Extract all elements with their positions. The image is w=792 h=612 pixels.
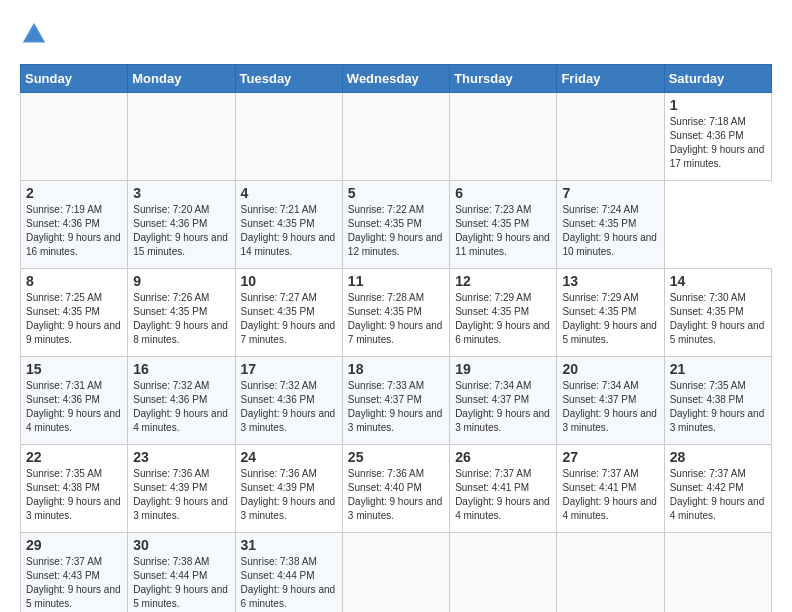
day-number: 9: [133, 273, 229, 289]
day-info: Sunrise: 7:32 AM Sunset: 4:36 PM Dayligh…: [241, 379, 337, 435]
calendar-cell: 14 Sunrise: 7:30 AM Sunset: 4:35 PM Dayl…: [664, 269, 771, 357]
logo: [20, 20, 52, 48]
calendar-cell: [128, 93, 235, 181]
calendar-cell: [342, 93, 449, 181]
weekday-header-thursday: Thursday: [450, 65, 557, 93]
day-info: Sunrise: 7:37 AM Sunset: 4:43 PM Dayligh…: [26, 555, 122, 611]
calendar-cell: 24 Sunrise: 7:36 AM Sunset: 4:39 PM Dayl…: [235, 445, 342, 533]
day-number: 19: [455, 361, 551, 377]
calendar-cell: [235, 93, 342, 181]
week-row-4: 15 Sunrise: 7:31 AM Sunset: 4:36 PM Dayl…: [21, 357, 772, 445]
day-number: 7: [562, 185, 658, 201]
day-number: 17: [241, 361, 337, 377]
day-number: 4: [241, 185, 337, 201]
day-info: Sunrise: 7:34 AM Sunset: 4:37 PM Dayligh…: [562, 379, 658, 435]
day-info: Sunrise: 7:31 AM Sunset: 4:36 PM Dayligh…: [26, 379, 122, 435]
day-number: 10: [241, 273, 337, 289]
calendar-cell: [557, 533, 664, 613]
calendar-cell: 13 Sunrise: 7:29 AM Sunset: 4:35 PM Dayl…: [557, 269, 664, 357]
logo-icon: [20, 20, 48, 48]
calendar-cell: 31 Sunrise: 7:38 AM Sunset: 4:44 PM Dayl…: [235, 533, 342, 613]
calendar-cell: 4 Sunrise: 7:21 AM Sunset: 4:35 PM Dayli…: [235, 181, 342, 269]
day-info: Sunrise: 7:36 AM Sunset: 4:40 PM Dayligh…: [348, 467, 444, 523]
week-row-1: 1 Sunrise: 7:18 AM Sunset: 4:36 PM Dayli…: [21, 93, 772, 181]
calendar-cell: 11 Sunrise: 7:28 AM Sunset: 4:35 PM Dayl…: [342, 269, 449, 357]
calendar-cell: 6 Sunrise: 7:23 AM Sunset: 4:35 PM Dayli…: [450, 181, 557, 269]
calendar-cell: 9 Sunrise: 7:26 AM Sunset: 4:35 PM Dayli…: [128, 269, 235, 357]
calendar-cell: 28 Sunrise: 7:37 AM Sunset: 4:42 PM Dayl…: [664, 445, 771, 533]
day-number: 26: [455, 449, 551, 465]
day-number: 27: [562, 449, 658, 465]
day-info: Sunrise: 7:37 AM Sunset: 4:41 PM Dayligh…: [562, 467, 658, 523]
calendar-cell: [557, 93, 664, 181]
day-info: Sunrise: 7:30 AM Sunset: 4:35 PM Dayligh…: [670, 291, 766, 347]
calendar-cell: 7 Sunrise: 7:24 AM Sunset: 4:35 PM Dayli…: [557, 181, 664, 269]
day-info: Sunrise: 7:24 AM Sunset: 4:35 PM Dayligh…: [562, 203, 658, 259]
week-row-5: 22 Sunrise: 7:35 AM Sunset: 4:38 PM Dayl…: [21, 445, 772, 533]
calendar-cell: 15 Sunrise: 7:31 AM Sunset: 4:36 PM Dayl…: [21, 357, 128, 445]
day-number: 31: [241, 537, 337, 553]
day-info: Sunrise: 7:33 AM Sunset: 4:37 PM Dayligh…: [348, 379, 444, 435]
day-number: 20: [562, 361, 658, 377]
calendar-cell: 16 Sunrise: 7:32 AM Sunset: 4:36 PM Dayl…: [128, 357, 235, 445]
calendar-cell: 25 Sunrise: 7:36 AM Sunset: 4:40 PM Dayl…: [342, 445, 449, 533]
day-number: 11: [348, 273, 444, 289]
week-row-3: 8 Sunrise: 7:25 AM Sunset: 4:35 PM Dayli…: [21, 269, 772, 357]
weekday-header-wednesday: Wednesday: [342, 65, 449, 93]
day-info: Sunrise: 7:32 AM Sunset: 4:36 PM Dayligh…: [133, 379, 229, 435]
day-number: 15: [26, 361, 122, 377]
calendar-cell: 2 Sunrise: 7:19 AM Sunset: 4:36 PM Dayli…: [21, 181, 128, 269]
calendar-cell: 3 Sunrise: 7:20 AM Sunset: 4:36 PM Dayli…: [128, 181, 235, 269]
day-number: 8: [26, 273, 122, 289]
day-number: 2: [26, 185, 122, 201]
day-number: 13: [562, 273, 658, 289]
calendar-cell: [21, 93, 128, 181]
day-info: Sunrise: 7:36 AM Sunset: 4:39 PM Dayligh…: [133, 467, 229, 523]
calendar-cell: [450, 533, 557, 613]
calendar-cell: 22 Sunrise: 7:35 AM Sunset: 4:38 PM Dayl…: [21, 445, 128, 533]
calendar-cell: 17 Sunrise: 7:32 AM Sunset: 4:36 PM Dayl…: [235, 357, 342, 445]
day-number: 25: [348, 449, 444, 465]
day-info: Sunrise: 7:19 AM Sunset: 4:36 PM Dayligh…: [26, 203, 122, 259]
day-number: 3: [133, 185, 229, 201]
calendar-cell: 26 Sunrise: 7:37 AM Sunset: 4:41 PM Dayl…: [450, 445, 557, 533]
day-number: 18: [348, 361, 444, 377]
calendar-cell: 19 Sunrise: 7:34 AM Sunset: 4:37 PM Dayl…: [450, 357, 557, 445]
day-number: 1: [670, 97, 766, 113]
day-info: Sunrise: 7:27 AM Sunset: 4:35 PM Dayligh…: [241, 291, 337, 347]
day-number: 30: [133, 537, 229, 553]
day-info: Sunrise: 7:25 AM Sunset: 4:35 PM Dayligh…: [26, 291, 122, 347]
calendar-cell: 5 Sunrise: 7:22 AM Sunset: 4:35 PM Dayli…: [342, 181, 449, 269]
day-info: Sunrise: 7:37 AM Sunset: 4:42 PM Dayligh…: [670, 467, 766, 523]
calendar-cell: [664, 533, 771, 613]
day-info: Sunrise: 7:29 AM Sunset: 4:35 PM Dayligh…: [562, 291, 658, 347]
weekday-header-saturday: Saturday: [664, 65, 771, 93]
calendar-cell: [450, 93, 557, 181]
calendar-cell: 30 Sunrise: 7:38 AM Sunset: 4:44 PM Dayl…: [128, 533, 235, 613]
week-row-6: 29 Sunrise: 7:37 AM Sunset: 4:43 PM Dayl…: [21, 533, 772, 613]
day-info: Sunrise: 7:29 AM Sunset: 4:35 PM Dayligh…: [455, 291, 551, 347]
day-number: 12: [455, 273, 551, 289]
calendar-table: SundayMondayTuesdayWednesdayThursdayFrid…: [20, 64, 772, 612]
day-number: 6: [455, 185, 551, 201]
calendar-cell: 10 Sunrise: 7:27 AM Sunset: 4:35 PM Dayl…: [235, 269, 342, 357]
day-number: 23: [133, 449, 229, 465]
day-number: 16: [133, 361, 229, 377]
day-info: Sunrise: 7:26 AM Sunset: 4:35 PM Dayligh…: [133, 291, 229, 347]
calendar-cell: [342, 533, 449, 613]
calendar-cell: 12 Sunrise: 7:29 AM Sunset: 4:35 PM Dayl…: [450, 269, 557, 357]
calendar-cell: 1 Sunrise: 7:18 AM Sunset: 4:36 PM Dayli…: [664, 93, 771, 181]
calendar-cell: 18 Sunrise: 7:33 AM Sunset: 4:37 PM Dayl…: [342, 357, 449, 445]
day-number: 22: [26, 449, 122, 465]
day-info: Sunrise: 7:21 AM Sunset: 4:35 PM Dayligh…: [241, 203, 337, 259]
calendar-cell: 29 Sunrise: 7:37 AM Sunset: 4:43 PM Dayl…: [21, 533, 128, 613]
day-info: Sunrise: 7:28 AM Sunset: 4:35 PM Dayligh…: [348, 291, 444, 347]
calendar-cell: 27 Sunrise: 7:37 AM Sunset: 4:41 PM Dayl…: [557, 445, 664, 533]
day-info: Sunrise: 7:22 AM Sunset: 4:35 PM Dayligh…: [348, 203, 444, 259]
week-row-2: 2 Sunrise: 7:19 AM Sunset: 4:36 PM Dayli…: [21, 181, 772, 269]
weekday-header-monday: Monday: [128, 65, 235, 93]
calendar-cell: 8 Sunrise: 7:25 AM Sunset: 4:35 PM Dayli…: [21, 269, 128, 357]
calendar-cell: 23 Sunrise: 7:36 AM Sunset: 4:39 PM Dayl…: [128, 445, 235, 533]
weekday-header-friday: Friday: [557, 65, 664, 93]
day-info: Sunrise: 7:38 AM Sunset: 4:44 PM Dayligh…: [241, 555, 337, 611]
